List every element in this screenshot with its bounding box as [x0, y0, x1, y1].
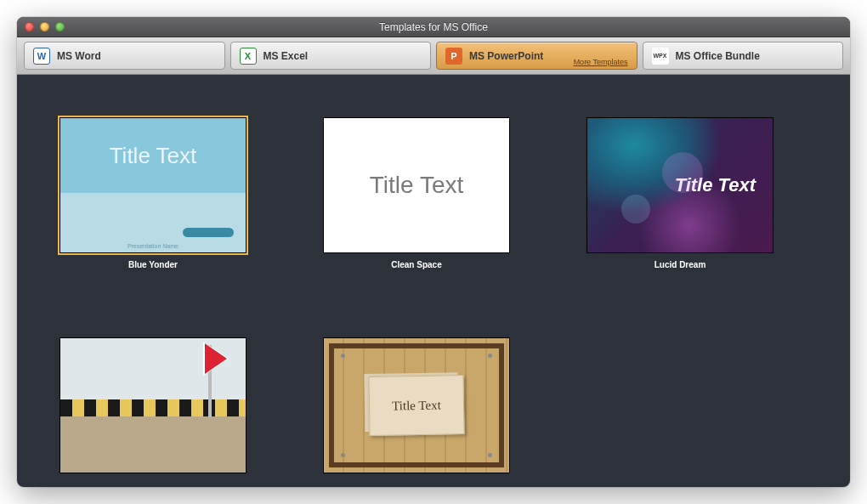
pin-icon: [488, 453, 492, 457]
template-blue-yonder: Title Text Presentation Name Blue Yonder: [60, 117, 246, 269]
pin-icon: [341, 453, 345, 457]
template-name: Clean Space: [323, 260, 510, 269]
word-icon: W: [33, 48, 50, 65]
pin-icon: [341, 354, 345, 358]
template-name: Lucid Dream: [586, 260, 774, 269]
slide-title-placeholder: Title Text: [60, 118, 246, 193]
tab-ms-powerpoint[interactable]: P MS PowerPoint More Templates: [436, 42, 638, 70]
template-cork-board: Title Text: [323, 337, 510, 480]
template-thumb[interactable]: Title Text: [586, 117, 774, 253]
tab-label: MS PowerPoint: [469, 50, 543, 62]
template-thumb[interactable]: Title Text: [323, 117, 510, 253]
template-clean-space: Title Text Clean Space: [323, 117, 510, 269]
category-toolbar: W MS Word X MS Excel P MS PowerPoint Mor…: [17, 37, 850, 75]
tab-label: MS Excel: [264, 50, 309, 62]
window-title: Templates for MS Office: [17, 21, 850, 33]
powerpoint-icon: P: [445, 48, 462, 65]
template-thumb[interactable]: Title Text Presentation Name: [60, 117, 246, 253]
templates-grid: Title Text Presentation Name Blue Yonder…: [17, 75, 850, 480]
stripe-decor: [60, 399, 246, 416]
tab-label: MS Office Bundle: [676, 50, 760, 62]
slide-accent-bar: [183, 228, 234, 237]
slide-body: Presentation Name: [60, 193, 246, 252]
more-templates-link[interactable]: More Templates: [574, 58, 628, 66]
tab-label: MS Word: [57, 50, 101, 62]
excel-icon: X: [240, 48, 257, 65]
chevron-right-icon: [205, 343, 227, 374]
bundle-icon: WPX: [652, 48, 669, 65]
tab-ms-word[interactable]: W MS Word: [24, 42, 225, 70]
slide-footer: Presentation Name: [60, 243, 246, 249]
slide-title-placeholder: Title Text: [368, 375, 464, 436]
titlebar: Templates for MS Office: [17, 17, 850, 37]
tab-ms-office-bundle[interactable]: WPX MS Office Bundle: [643, 42, 844, 70]
tab-ms-excel[interactable]: X MS Excel: [230, 42, 432, 70]
template-name: Blue Yonder: [60, 260, 246, 269]
slide-title-placeholder: Title Text: [675, 174, 756, 196]
app-window: Templates for MS Office W MS Word X MS E…: [17, 17, 850, 487]
template-road-sign: [60, 337, 246, 480]
slide-title-placeholder: Title Text: [370, 172, 463, 199]
pin-icon: [488, 354, 492, 358]
template-thumb[interactable]: [60, 337, 246, 473]
template-lucid-dream: Title Text Lucid Dream: [586, 117, 774, 269]
template-thumb[interactable]: Title Text: [323, 337, 510, 473]
